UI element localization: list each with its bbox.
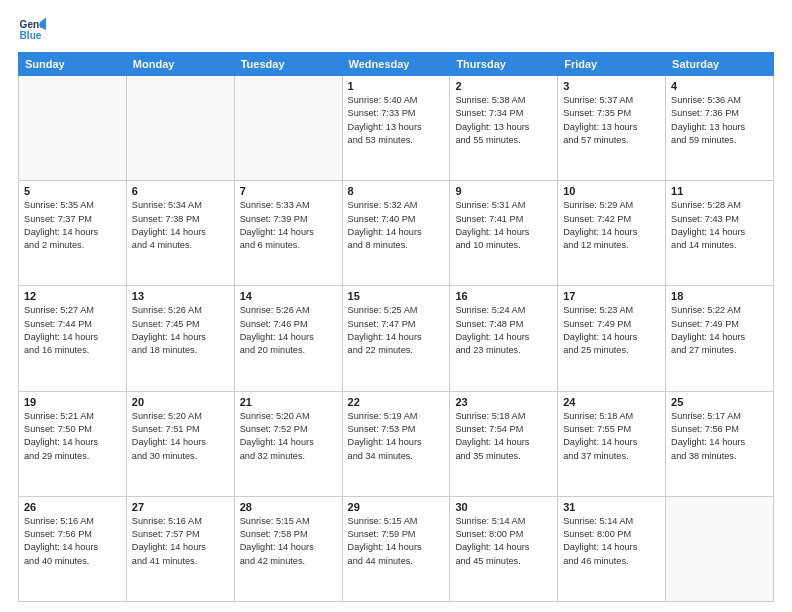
day-number: 8 xyxy=(348,185,445,197)
day-info-line: and 14 minutes. xyxy=(671,240,736,250)
day-number: 15 xyxy=(348,290,445,302)
day-info: Sunrise: 5:14 AMSunset: 8:00 PMDaylight:… xyxy=(455,515,552,568)
day-info-line: and 20 minutes. xyxy=(240,345,305,355)
calendar-cell: 15Sunrise: 5:25 AMSunset: 7:47 PMDayligh… xyxy=(342,286,450,391)
calendar-week-row: 19Sunrise: 5:21 AMSunset: 7:50 PMDayligh… xyxy=(19,391,774,496)
day-info-line: and 2 minutes. xyxy=(24,240,84,250)
day-number: 10 xyxy=(563,185,660,197)
day-info-line: and 4 minutes. xyxy=(132,240,192,250)
day-info-line: Sunset: 7:57 PM xyxy=(132,529,200,539)
day-info-line: Daylight: 13 hours xyxy=(455,122,529,132)
calendar-header-row: SundayMondayTuesdayWednesdayThursdayFrid… xyxy=(19,53,774,76)
day-info-line: Sunset: 7:34 PM xyxy=(455,108,523,118)
day-info: Sunrise: 5:32 AMSunset: 7:40 PMDaylight:… xyxy=(348,199,445,252)
day-info-line: Daylight: 14 hours xyxy=(24,542,98,552)
day-info: Sunrise: 5:40 AMSunset: 7:33 PMDaylight:… xyxy=(348,94,445,147)
calendar-cell: 19Sunrise: 5:21 AMSunset: 7:50 PMDayligh… xyxy=(19,391,127,496)
day-number: 27 xyxy=(132,501,229,513)
calendar-cell: 9Sunrise: 5:31 AMSunset: 7:41 PMDaylight… xyxy=(450,181,558,286)
day-info: Sunrise: 5:16 AMSunset: 7:57 PMDaylight:… xyxy=(132,515,229,568)
calendar-cell: 1Sunrise: 5:40 AMSunset: 7:33 PMDaylight… xyxy=(342,76,450,181)
calendar-cell: 28Sunrise: 5:15 AMSunset: 7:58 PMDayligh… xyxy=(234,496,342,601)
day-info: Sunrise: 5:24 AMSunset: 7:48 PMDaylight:… xyxy=(455,304,552,357)
weekday-header: Wednesday xyxy=(342,53,450,76)
calendar-cell: 2Sunrise: 5:38 AMSunset: 7:34 PMDaylight… xyxy=(450,76,558,181)
day-info-line: and 22 minutes. xyxy=(348,345,413,355)
day-number: 20 xyxy=(132,396,229,408)
day-info-line: Daylight: 14 hours xyxy=(563,437,637,447)
day-info: Sunrise: 5:20 AMSunset: 7:52 PMDaylight:… xyxy=(240,410,337,463)
day-info: Sunrise: 5:27 AMSunset: 7:44 PMDaylight:… xyxy=(24,304,121,357)
day-info-line: Daylight: 14 hours xyxy=(24,437,98,447)
day-info-line: Sunrise: 5:24 AM xyxy=(455,305,525,315)
day-info-line: Sunrise: 5:16 AM xyxy=(132,516,202,526)
day-info-line: Sunset: 7:50 PM xyxy=(24,424,92,434)
day-info-line: Sunset: 7:58 PM xyxy=(240,529,308,539)
day-info-line: Sunset: 7:40 PM xyxy=(348,214,416,224)
day-info-line: Sunrise: 5:20 AM xyxy=(132,411,202,421)
logo: General Blue xyxy=(18,16,50,44)
day-info: Sunrise: 5:15 AMSunset: 7:58 PMDaylight:… xyxy=(240,515,337,568)
day-info-line: Daylight: 14 hours xyxy=(671,437,745,447)
day-info-line: Sunset: 7:54 PM xyxy=(455,424,523,434)
day-info-line: Sunrise: 5:18 AM xyxy=(455,411,525,421)
day-info-line: Sunrise: 5:40 AM xyxy=(348,95,418,105)
day-number: 29 xyxy=(348,501,445,513)
day-info-line: Sunset: 7:36 PM xyxy=(671,108,739,118)
day-info-line: Sunrise: 5:20 AM xyxy=(240,411,310,421)
day-number: 14 xyxy=(240,290,337,302)
day-info: Sunrise: 5:35 AMSunset: 7:37 PMDaylight:… xyxy=(24,199,121,252)
weekday-header: Monday xyxy=(126,53,234,76)
day-number: 1 xyxy=(348,80,445,92)
day-info: Sunrise: 5:19 AMSunset: 7:53 PMDaylight:… xyxy=(348,410,445,463)
calendar-cell: 5Sunrise: 5:35 AMSunset: 7:37 PMDaylight… xyxy=(19,181,127,286)
day-info: Sunrise: 5:25 AMSunset: 7:47 PMDaylight:… xyxy=(348,304,445,357)
day-info: Sunrise: 5:18 AMSunset: 7:54 PMDaylight:… xyxy=(455,410,552,463)
calendar-cell: 21Sunrise: 5:20 AMSunset: 7:52 PMDayligh… xyxy=(234,391,342,496)
day-info-line: Sunset: 7:45 PM xyxy=(132,319,200,329)
weekday-header: Saturday xyxy=(666,53,774,76)
day-info-line: and 53 minutes. xyxy=(348,135,413,145)
calendar-cell: 7Sunrise: 5:33 AMSunset: 7:39 PMDaylight… xyxy=(234,181,342,286)
day-info-line: Daylight: 13 hours xyxy=(671,122,745,132)
day-number: 4 xyxy=(671,80,768,92)
day-info-line: Daylight: 14 hours xyxy=(24,332,98,342)
day-info-line: Daylight: 14 hours xyxy=(132,542,206,552)
day-info-line: and 45 minutes. xyxy=(455,556,520,566)
day-info-line: and 37 minutes. xyxy=(563,451,628,461)
day-number: 22 xyxy=(348,396,445,408)
day-info: Sunrise: 5:33 AMSunset: 7:39 PMDaylight:… xyxy=(240,199,337,252)
day-info-line: Daylight: 14 hours xyxy=(563,542,637,552)
day-number: 9 xyxy=(455,185,552,197)
day-info-line: Sunset: 7:47 PM xyxy=(348,319,416,329)
calendar-cell: 31Sunrise: 5:14 AMSunset: 8:00 PMDayligh… xyxy=(558,496,666,601)
day-info-line: Daylight: 14 hours xyxy=(455,332,529,342)
calendar-cell: 29Sunrise: 5:15 AMSunset: 7:59 PMDayligh… xyxy=(342,496,450,601)
day-info-line: Sunset: 7:53 PM xyxy=(348,424,416,434)
day-info-line: Sunrise: 5:15 AM xyxy=(240,516,310,526)
day-info-line: Daylight: 14 hours xyxy=(24,227,98,237)
day-info-line: Daylight: 14 hours xyxy=(132,437,206,447)
day-info-line: Daylight: 13 hours xyxy=(348,122,422,132)
day-info-line: and 23 minutes. xyxy=(455,345,520,355)
day-info: Sunrise: 5:28 AMSunset: 7:43 PMDaylight:… xyxy=(671,199,768,252)
day-info-line: Sunset: 7:42 PM xyxy=(563,214,631,224)
day-info: Sunrise: 5:23 AMSunset: 7:49 PMDaylight:… xyxy=(563,304,660,357)
weekday-header: Tuesday xyxy=(234,53,342,76)
calendar-cell xyxy=(19,76,127,181)
calendar-cell xyxy=(234,76,342,181)
calendar-cell: 16Sunrise: 5:24 AMSunset: 7:48 PMDayligh… xyxy=(450,286,558,391)
day-info-line: Daylight: 14 hours xyxy=(455,437,529,447)
day-info-line: Sunset: 7:56 PM xyxy=(671,424,739,434)
day-number: 16 xyxy=(455,290,552,302)
day-info-line: Sunrise: 5:17 AM xyxy=(671,411,741,421)
calendar-week-row: 12Sunrise: 5:27 AMSunset: 7:44 PMDayligh… xyxy=(19,286,774,391)
day-info-line: Sunset: 7:44 PM xyxy=(24,319,92,329)
day-info-line: and 12 minutes. xyxy=(563,240,628,250)
calendar-cell: 18Sunrise: 5:22 AMSunset: 7:49 PMDayligh… xyxy=(666,286,774,391)
day-number: 31 xyxy=(563,501,660,513)
day-info-line: Sunset: 7:33 PM xyxy=(348,108,416,118)
calendar-week-row: 5Sunrise: 5:35 AMSunset: 7:37 PMDaylight… xyxy=(19,181,774,286)
day-info-line: Sunrise: 5:26 AM xyxy=(240,305,310,315)
day-info-line: and 25 minutes. xyxy=(563,345,628,355)
